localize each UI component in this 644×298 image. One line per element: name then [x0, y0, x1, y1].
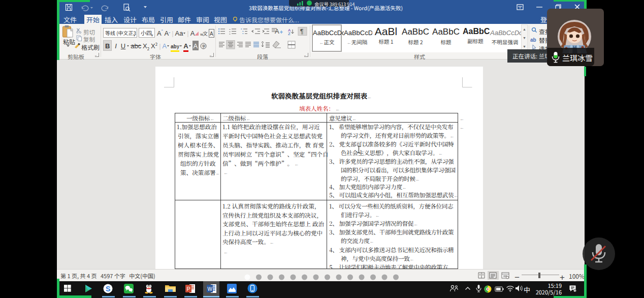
svg-text:字: 字	[202, 43, 206, 49]
svg-text:¶: ¶	[300, 28, 303, 35]
svg-text:S: S	[106, 285, 110, 293]
svg-text:W: W	[208, 286, 213, 292]
svg-text:P: P	[187, 286, 190, 292]
svg-text:Z: Z	[288, 32, 291, 36]
